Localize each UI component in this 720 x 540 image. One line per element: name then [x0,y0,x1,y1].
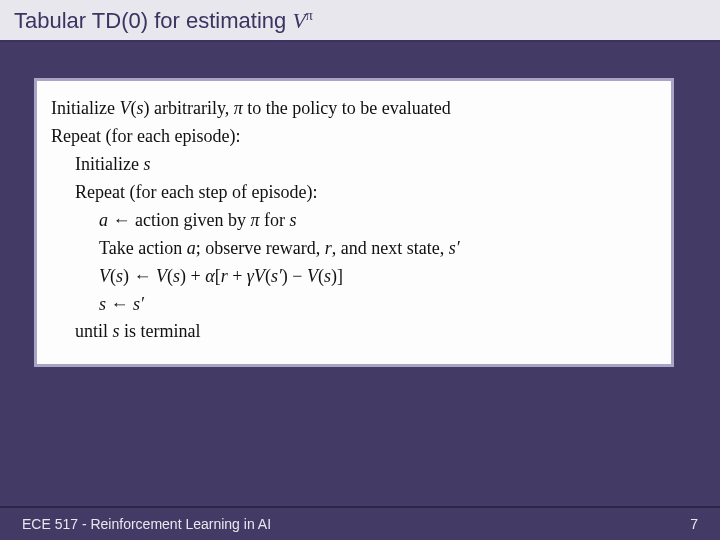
t: ← action given by [108,210,250,230]
title-var: V [292,8,305,33]
t: γ [247,266,254,286]
t: , and next state, [332,238,449,258]
t: s′ [449,238,460,258]
algo-line-9: until s is terminal [51,318,657,346]
t: Take action [99,238,187,258]
title-prefix: Tabular TD(0) for estimating [14,8,292,33]
t: ) + [180,266,205,286]
t: ) ← [123,266,156,286]
algo-line-8: s ← s′ [51,291,657,319]
t: r [221,266,228,286]
algo-line-2: Repeat (for each episode): [51,123,657,151]
t: to the policy to be evaluated [243,98,451,118]
t: ← [106,294,133,314]
t: ; observe reward, [196,238,325,258]
algo-line-1: Initialize V(s) arbitrarily, π to the po… [51,95,657,123]
slide-title: Tabular TD(0) for estimating Vπ [0,0,720,42]
algo-line-3: Initialize s [51,151,657,179]
t: r [325,238,332,258]
t: V [254,266,265,286]
t: α [205,266,214,286]
t: s [290,210,297,230]
algo-line-4: Repeat (for each step of episode): [51,179,657,207]
t: Initialize [51,98,119,118]
algo-line-5: a ← action given by π for s [51,207,657,235]
footer: ECE 517 - Reinforcement Learning in AI 7 [0,506,720,540]
t: π [250,210,259,230]
t: a [99,210,108,230]
t: s′ [133,294,144,314]
algorithm-box: Initialize V(s) arbitrarily, π to the po… [34,78,674,367]
t: s [173,266,180,286]
t: s [99,294,106,314]
t: ) arbitrarily, [143,98,233,118]
content-area: Initialize V(s) arbitrarily, π to the po… [0,42,720,367]
t: Initialize [75,154,143,174]
t: V [119,98,130,118]
t: s [143,154,150,174]
t: s [113,321,120,341]
t: V [307,266,318,286]
t: s′ [271,266,282,286]
footer-course: ECE 517 - Reinforcement Learning in AI [22,516,271,532]
t: )] [331,266,343,286]
algo-line-6: Take action a; observe reward, r, and ne… [51,235,657,263]
t: V [99,266,110,286]
t: π [234,98,243,118]
t: s [116,266,123,286]
t: V [156,266,167,286]
t: ) − [282,266,307,286]
algo-line-7: V(s) ← V(s) + α[r + γV(s′) − V(s)] [51,263,657,291]
title-sup: π [306,8,313,23]
footer-page-number: 7 [690,516,698,532]
t: is terminal [120,321,201,341]
t: a [187,238,196,258]
t: + [228,266,247,286]
t: for [260,210,290,230]
t: s [324,266,331,286]
t: until [75,321,113,341]
